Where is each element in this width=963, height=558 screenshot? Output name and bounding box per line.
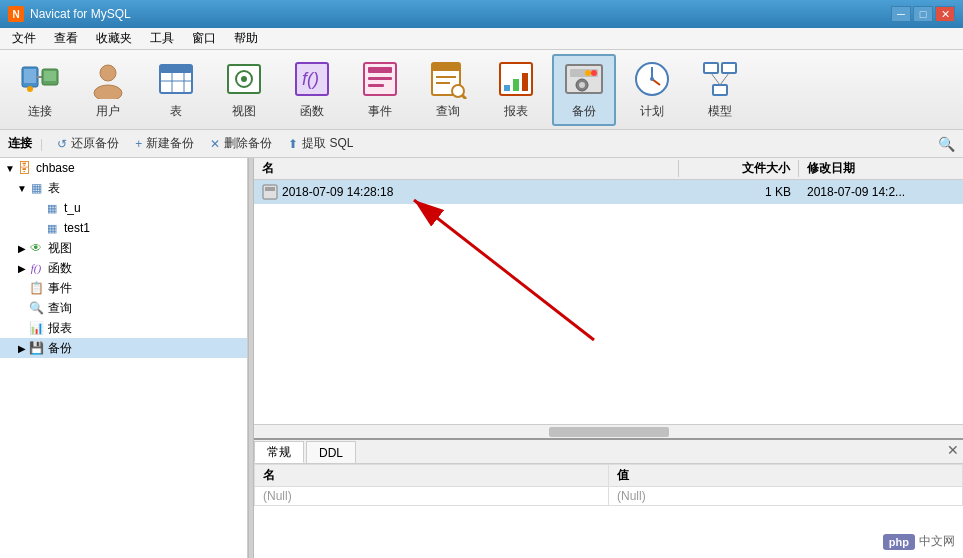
toolbar-connect[interactable]: 连接 — [8, 54, 72, 126]
tree-backups[interactable]: ▶ 💾 备份 — [0, 338, 247, 358]
tree-queries[interactable]: 🔍 查询 — [0, 298, 247, 318]
menu-window[interactable]: 窗口 — [184, 28, 224, 49]
report-label: 报表 — [504, 103, 528, 120]
delete-backup-icon: ✕ — [210, 137, 220, 151]
extract-sql-action[interactable]: ⬆ 提取 SQL — [282, 133, 359, 154]
toolbar-backup[interactable]: 备份 — [552, 54, 616, 126]
menu-file[interactable]: 文件 — [4, 28, 44, 49]
bottom-col-name: 名 — [255, 465, 609, 487]
tree-toggle-functions: ▶ — [16, 263, 28, 274]
bottom-cell-value: (Null) — [609, 487, 963, 506]
tree-views[interactable]: ▶ 👁 视图 — [0, 238, 247, 258]
cell-date: 2018-07-09 14:2... — [799, 185, 949, 199]
tree-label-chbase: chbase — [36, 161, 75, 175]
svg-rect-29 — [504, 85, 510, 91]
bottom-panel: 常规 DDL ✕ 名 值 (Null) (Null) — [254, 438, 963, 558]
toolbar-function[interactable]: f() 函数 — [280, 54, 344, 126]
tree-label-functions: 函数 — [48, 260, 72, 277]
toolbar-view[interactable]: 视图 — [212, 54, 276, 126]
tree-t_u[interactable]: ▦ t_u — [0, 198, 247, 218]
tree-test1[interactable]: ▦ test1 — [0, 218, 247, 238]
reports-icon: 📊 — [28, 320, 44, 336]
svg-rect-23 — [432, 63, 460, 71]
svg-point-15 — [241, 76, 247, 82]
tree-chbase[interactable]: ▼ 🗄 chbase — [0, 158, 247, 178]
event-label: 事件 — [368, 103, 392, 120]
restore-action[interactable]: ↺ 还原备份 — [51, 133, 125, 154]
close-button[interactable]: ✕ — [935, 6, 955, 22]
toolbar-model[interactable]: 模型 — [688, 54, 752, 126]
tree-toggle-backups: ▶ — [16, 343, 28, 354]
svg-rect-31 — [522, 73, 528, 91]
new-backup-icon: + — [135, 137, 142, 151]
svg-rect-43 — [722, 63, 736, 73]
report-icon — [496, 59, 536, 99]
svg-point-34 — [591, 70, 597, 76]
tree-events[interactable]: 📋 事件 — [0, 278, 247, 298]
tab-normal[interactable]: 常规 — [254, 441, 304, 463]
toolbar-query[interactable]: 查询 — [416, 54, 480, 126]
menu-favorites[interactable]: 收藏夹 — [88, 28, 140, 49]
search-icon[interactable]: 🔍 — [938, 136, 955, 152]
new-backup-action[interactable]: + 新建备份 — [129, 133, 200, 154]
toolbar-table[interactable]: 表 — [144, 54, 208, 126]
h-scrollbar-thumb[interactable] — [549, 427, 669, 437]
tree-toggle-chbase: ▼ — [4, 163, 16, 174]
menu-tools[interactable]: 工具 — [142, 28, 182, 49]
col-header-date: 修改日期 — [799, 160, 949, 177]
menu-help[interactable]: 帮助 — [226, 28, 266, 49]
svg-point-7 — [94, 85, 122, 99]
toolbar-user[interactable]: 用户 — [76, 54, 140, 126]
maximize-button[interactable]: □ — [913, 6, 933, 22]
test1-icon: ▦ — [44, 220, 60, 236]
bottom-panel-close[interactable]: ✕ — [947, 442, 959, 458]
cell-name-text: 2018-07-09 14:28:18 — [282, 185, 393, 199]
svg-rect-42 — [704, 63, 718, 73]
tree-label-queries: 查询 — [48, 300, 72, 317]
table-row[interactable]: 2018-07-09 14:28:18 1 KB 2018-07-09 14:2… — [254, 180, 963, 204]
tab-ddl[interactable]: DDL — [306, 441, 356, 463]
svg-rect-48 — [265, 187, 275, 191]
backups-icon: 💾 — [28, 340, 44, 356]
minimize-button[interactable]: ─ — [891, 6, 911, 22]
toolbar-schedule[interactable]: 计划 — [620, 54, 684, 126]
t_u-icon: ▦ — [44, 200, 60, 216]
cell-size: 1 KB — [679, 185, 799, 199]
php-watermark: php 中文网 — [883, 533, 955, 550]
svg-point-2 — [27, 86, 33, 92]
db-icon: 🗄 — [16, 160, 32, 176]
svg-point-37 — [579, 82, 585, 88]
svg-rect-44 — [713, 85, 727, 95]
tree-functions[interactable]: ▶ f() 函数 — [0, 258, 247, 278]
tree-reports[interactable]: 📊 报表 — [0, 318, 247, 338]
tree-label-t_u: t_u — [64, 201, 81, 215]
menu-view[interactable]: 查看 — [46, 28, 86, 49]
svg-rect-5 — [44, 71, 56, 81]
svg-line-46 — [720, 73, 729, 85]
tree-tables[interactable]: ▼ ▦ 表 — [0, 178, 247, 198]
query-label: 查询 — [436, 103, 460, 120]
view-icon — [224, 59, 264, 99]
restore-icon: ↺ — [57, 137, 67, 151]
app-title: Navicat for MySQL — [30, 7, 131, 21]
delete-backup-action[interactable]: ✕ 删除备份 — [204, 133, 278, 154]
backup-icon — [564, 59, 604, 99]
query-icon — [428, 59, 468, 99]
bottom-table: 名 值 (Null) (Null) — [254, 464, 963, 506]
sidebar: ▼ 🗄 chbase ▼ ▦ 表 ▦ t_u ▦ test1 — [0, 158, 248, 558]
user-label: 用户 — [96, 103, 120, 120]
views-icon: 👁 — [28, 240, 44, 256]
bottom-col-value: 值 — [609, 465, 963, 487]
svg-point-41 — [650, 77, 654, 81]
model-icon — [700, 59, 740, 99]
backup-label: 备份 — [572, 103, 596, 120]
right-content: 名 文件大小 修改日期 2018-07-09 14:28:18 — [254, 158, 963, 558]
view-label: 视图 — [232, 103, 256, 120]
php-logo: php — [883, 534, 915, 550]
toolbar-event[interactable]: 事件 — [348, 54, 412, 126]
app-icon: N — [8, 6, 24, 22]
svg-point-35 — [585, 70, 591, 76]
toolbar-report[interactable]: 报表 — [484, 54, 548, 126]
tables-icon: ▦ — [28, 180, 44, 196]
functions-icon: f() — [28, 260, 44, 276]
